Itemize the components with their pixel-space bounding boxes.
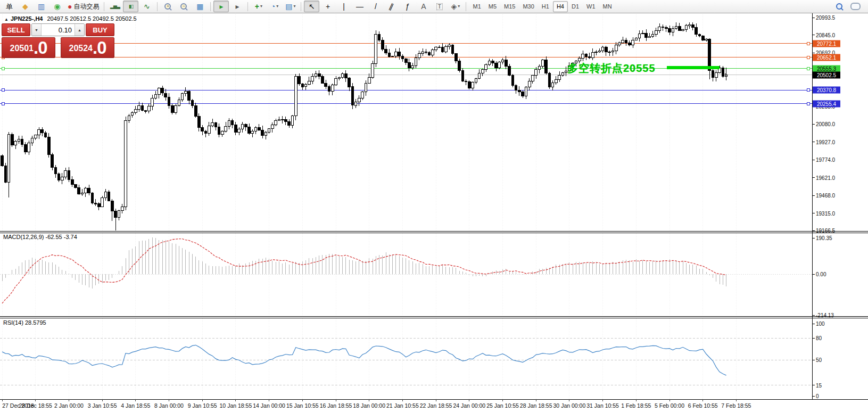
indicators-button-dropdown-icon[interactable]: ▾: [260, 4, 262, 9]
chart-area[interactable]: [0, 0, 868, 412]
chart-shift-icon[interactable]: ▸: [229, 1, 245, 12]
periods-glyph: ◔: [271, 3, 275, 10]
channel-tool[interactable]: ∥: [384, 1, 399, 12]
arrows-tool-dropdown-icon[interactable]: ▾: [458, 4, 460, 9]
toolbar-separator: [466, 2, 466, 11]
chart-shift-icon-glyph: ▸: [235, 3, 239, 10]
toolbar: 单◆▥◉●自动交易▂▅▃▮▯∿+−▦▸▸+▾◔▾▤▾↖+|—/∥ƒAT◈▾ M1…: [0, 0, 868, 13]
line-chart-type-icon[interactable]: ∿: [139, 1, 154, 12]
vertical-line-glyph: |: [343, 3, 345, 10]
auto-scroll-icon[interactable]: ▸: [213, 1, 229, 12]
buy-price-button[interactable]: 20524.0: [61, 37, 114, 58]
new-order-icon[interactable]: ◆: [18, 1, 33, 12]
cursor-glyph: ↖: [309, 3, 315, 10]
timeframe-m15[interactable]: M15: [500, 1, 519, 12]
autotrading-button-label: 自动交易: [73, 3, 99, 10]
timeframe-bar: M1M5M15M30H1H4D1W1MN: [469, 1, 615, 12]
arrows-tool[interactable]: ◈▾: [448, 1, 463, 12]
chart-header: ▲JPN225-,H420497.5 20512.5 20492.5 20502…: [4, 15, 137, 22]
search-icon[interactable]: [832, 1, 847, 12]
sell-price-button[interactable]: 20501.0: [2, 37, 55, 58]
volume-increase-button[interactable]: ▲: [75, 24, 84, 36]
timeframe-m1[interactable]: M1: [469, 1, 484, 12]
indicators-button[interactable]: +▾: [251, 1, 266, 12]
text-tool[interactable]: A: [416, 1, 431, 12]
toolbar-separator: [104, 2, 104, 11]
zoom-in-icon[interactable]: +: [160, 1, 176, 12]
navigator-icon[interactable]: ◉: [49, 1, 65, 12]
autotrading-glyph: ●: [68, 3, 72, 10]
trendline-glyph: /: [375, 3, 377, 10]
horizontal-line-tool[interactable]: —: [352, 1, 367, 12]
horizontal-line-glyph: —: [356, 3, 363, 10]
periods-button[interactable]: ◔▾: [267, 1, 282, 12]
candlestick-chart-type-icon[interactable]: ▮▯: [123, 1, 138, 12]
timeframe-w1[interactable]: W1: [583, 1, 599, 12]
sell-price-frac: .0: [34, 39, 47, 56]
market-watch-icon[interactable]: ▥: [34, 1, 49, 12]
new-order-icon-glyph: ◆: [22, 3, 28, 10]
toolbar-separator: [247, 2, 248, 11]
buy-price-frac: .0: [93, 39, 106, 56]
vertical-line-tool[interactable]: |: [336, 1, 351, 12]
arrows-glyph: ◈: [451, 3, 457, 10]
turning-point-annotation[interactable]: 多空转折点20555: [567, 61, 656, 76]
collapse-icon[interactable]: ▲: [4, 17, 9, 22]
tile-windows-icon-glyph: ▦: [196, 3, 203, 10]
toolbar-separator: [301, 2, 301, 11]
label-tool[interactable]: T: [432, 1, 447, 12]
templates-glyph: ▤: [285, 3, 292, 10]
crosshair-tool[interactable]: +: [320, 1, 335, 12]
timeframe-m30[interactable]: M30: [519, 1, 538, 12]
fibonacci-glyph: ƒ: [406, 3, 410, 10]
chat-icon[interactable]: [848, 1, 863, 12]
volume-decrease-button[interactable]: ▼: [32, 24, 42, 36]
rsi-label: RSI(14) 28.5795: [3, 319, 46, 326]
text-glyph: A: [421, 3, 426, 10]
sell-price-int: 20501: [10, 40, 34, 56]
buy-button[interactable]: BUY: [86, 23, 114, 36]
toolbar-separator: [157, 2, 158, 11]
support-highlight-bar[interactable]: [667, 66, 720, 69]
timeframe-mn[interactable]: MN: [599, 1, 616, 12]
buy-price-int: 20524: [69, 40, 93, 56]
tile-windows-icon[interactable]: ▦: [192, 1, 208, 12]
tool-buttons: 单◆▥◉●自动交易▂▅▃▮▯∿+−▦▸▸+▾◔▾▤▾↖+|—/∥ƒAT◈▾: [2, 1, 468, 12]
symbol-period: JPN225-,H4: [11, 15, 43, 22]
timeframe-d1[interactable]: D1: [568, 1, 583, 12]
line-chart-type-icon-glyph: ∿: [144, 3, 150, 10]
sell-button[interactable]: SELL: [2, 23, 30, 36]
orders-menu-glyph: 单: [6, 3, 13, 10]
navigator-icon-glyph: ◉: [54, 3, 60, 10]
volume-stepper: ▼ ▲: [31, 23, 85, 36]
templates-button-dropdown-icon[interactable]: ▾: [294, 4, 296, 9]
timeframe-m5[interactable]: M5: [485, 1, 500, 12]
timeframe-h4[interactable]: H4: [553, 1, 568, 12]
orders-menu[interactable]: 单: [2, 1, 17, 12]
label-glyph: T: [436, 3, 443, 10]
channel-glyph: ∥: [388, 2, 395, 11]
trendline-tool[interactable]: /: [368, 1, 383, 12]
toolbar-separator: [210, 2, 211, 11]
market-watch-icon-glyph: ▥: [38, 3, 45, 10]
indicators-glyph: +: [255, 3, 259, 10]
crosshair-glyph: +: [326, 3, 330, 10]
candlestick-chart-type-icon-glyph: ▮▯: [129, 4, 133, 9]
bar-chart-type-icon-glyph: ▂▅▃: [110, 4, 120, 9]
ohlc-values: 20497.5 20512.5 20492.5 20502.5: [47, 15, 136, 22]
one-click-trade-panel: SELL ▼ ▲ BUY 20501.0 20524.0: [2, 23, 114, 58]
periods-button-dropdown-icon[interactable]: ▾: [276, 4, 278, 9]
cursor-tool[interactable]: ↖: [304, 1, 319, 12]
templates-button[interactable]: ▤▾: [283, 1, 298, 12]
volume-input[interactable]: [42, 24, 75, 36]
zoom-out-icon[interactable]: −: [176, 1, 192, 12]
mt4-terminal: 20993.520845.020692.020233.020080.019927…: [0, 0, 868, 412]
autotrading-button[interactable]: ●自动交易: [65, 1, 101, 12]
bar-chart-type-icon[interactable]: ▂▅▃: [107, 1, 122, 12]
macd-label: MACD(12,26,9) -62.55 -3.74: [3, 234, 77, 240]
fibonacci-tool[interactable]: ƒ: [400, 1, 415, 12]
timeframe-h1[interactable]: H1: [538, 1, 553, 12]
auto-scroll-icon-glyph: ▸: [219, 3, 223, 10]
